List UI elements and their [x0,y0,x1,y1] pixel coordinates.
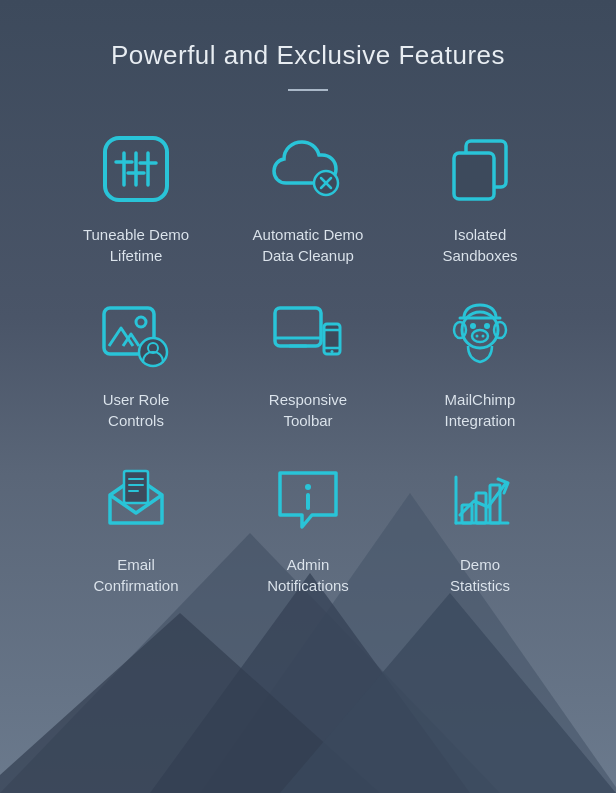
feature-statistics: DemoStatistics [404,461,556,596]
email-icon [99,461,174,536]
feature-isolated-label: IsolatedSandboxes [442,224,517,266]
svg-point-35 [482,334,485,337]
feature-tuneable: Tuneable DemoLifetime [60,131,212,266]
feature-responsive-label: ResponsiveToolbar [269,389,347,431]
svg-point-18 [136,317,146,327]
features-grid: Tuneable DemoLifetime Automatic DemoData… [60,131,556,596]
svg-point-32 [484,323,490,329]
page-title: Powerful and Exclusive Features [60,40,556,71]
feature-mailchimp: MailChimpIntegration [404,296,556,431]
svg-rect-24 [324,324,340,354]
feature-email-label: EmailConfirmation [93,554,178,596]
feature-cleanup-label: Automatic DemoData Cleanup [253,224,364,266]
svg-point-30 [494,322,506,338]
feature-isolated: IsolatedSandboxes [404,131,556,266]
feature-mailchimp-label: MailChimpIntegration [445,389,516,431]
feature-notifications-label: AdminNotifications [267,554,349,596]
feature-user-role: User RoleControls [60,296,212,431]
feature-user-role-label: User RoleControls [103,389,170,431]
feature-email: EmailConfirmation [60,461,212,596]
chart-icon [443,461,518,536]
svg-point-33 [472,330,488,342]
svg-rect-21 [275,308,321,346]
sliders-icon [99,131,174,206]
user-image-icon [99,296,174,371]
svg-point-29 [454,322,466,338]
monkey-icon [443,296,518,371]
svg-rect-46 [476,493,486,523]
svg-rect-37 [124,471,148,503]
devices-icon [271,296,346,371]
feature-notifications: AdminNotifications [232,461,384,596]
svg-point-34 [476,334,479,337]
feature-tuneable-label: Tuneable DemoLifetime [83,224,189,266]
cloud-x-icon [271,131,346,206]
svg-rect-16 [454,153,494,199]
feature-statistics-label: DemoStatistics [450,554,510,596]
svg-point-41 [305,484,311,490]
svg-point-31 [470,323,476,329]
feature-responsive: ResponsiveToolbar [232,296,384,431]
title-divider [288,89,328,91]
copy-icon [443,131,518,206]
svg-point-27 [331,350,334,353]
chat-info-icon [271,461,346,536]
feature-cleanup: Automatic DemoData Cleanup [232,131,384,266]
